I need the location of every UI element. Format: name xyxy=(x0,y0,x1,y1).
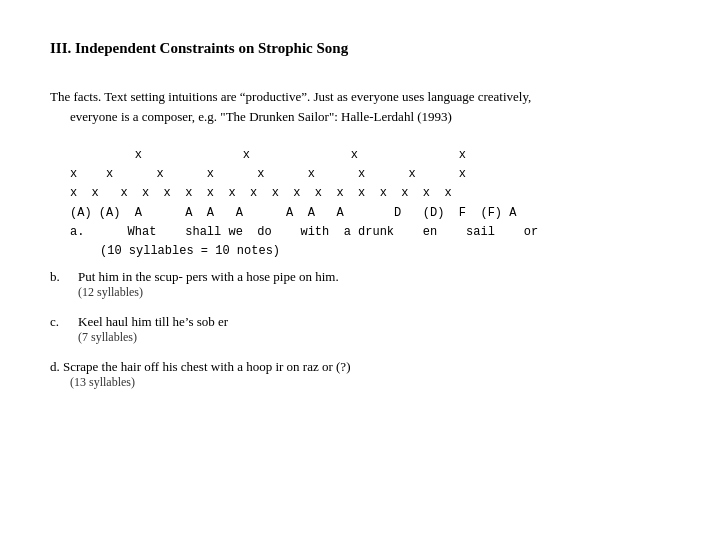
item-c-text: Keel haul him till he’s sob er xyxy=(78,314,670,330)
item-d-sub: (13 syllables) xyxy=(50,375,670,390)
music-line-3: x x x x x x x x x x x x x x x x x x xyxy=(70,184,670,203)
music-line-4: (A) (A) A A A A A A A D (D) F (F) A xyxy=(70,204,670,223)
item-c: c. Keel haul him till he’s sob er (7 syl… xyxy=(50,314,670,345)
item-c-label: c. xyxy=(50,314,70,330)
intro-line2: everyone is a composer, e.g. "The Drunke… xyxy=(70,109,452,124)
music-note-a: (10 syllables = 10 notes) xyxy=(70,242,670,261)
item-d-row: d. Scrape the hair off his chest with a … xyxy=(50,359,670,375)
music-text-a: What shall we do with a drunk en sail or xyxy=(113,223,538,242)
item-b-content: Put him in the scup- pers with a hose pi… xyxy=(78,269,670,300)
page: III. Independent Constraints on Strophic… xyxy=(0,0,720,540)
music-line-5-row: a. What shall we do with a drunk en sail… xyxy=(70,223,670,242)
page-title: III. Independent Constraints on Strophic… xyxy=(50,40,670,57)
item-b-label: b. xyxy=(50,269,70,285)
intro-text: The facts. Text setting intuitions are “… xyxy=(50,87,670,126)
item-d: d. Scrape the hair off his chest with a … xyxy=(50,359,670,390)
music-line-2: x x x x x x x x x xyxy=(70,165,670,184)
intro-line1: The facts. Text setting intuitions are “… xyxy=(50,89,531,104)
item-b: b. Put him in the scup- pers with a hose… xyxy=(50,269,670,300)
item-c-content: Keel haul him till he’s sob er (7 syllab… xyxy=(78,314,670,345)
musical-example: x x x x x x x x x x x x x x x x x x x x … xyxy=(50,146,670,261)
item-b-sub: (12 syllables) xyxy=(78,285,670,300)
item-c-sub: (7 syllables) xyxy=(78,330,670,345)
item-d-text: Scrape the hair off his chest with a hoo… xyxy=(63,359,350,374)
music-line-1: x x x x xyxy=(70,146,670,165)
item-b-text: Put him in the scup- pers with a hose pi… xyxy=(78,269,670,285)
item-d-label: d. xyxy=(50,359,63,374)
music-label-a: a. xyxy=(70,223,113,242)
